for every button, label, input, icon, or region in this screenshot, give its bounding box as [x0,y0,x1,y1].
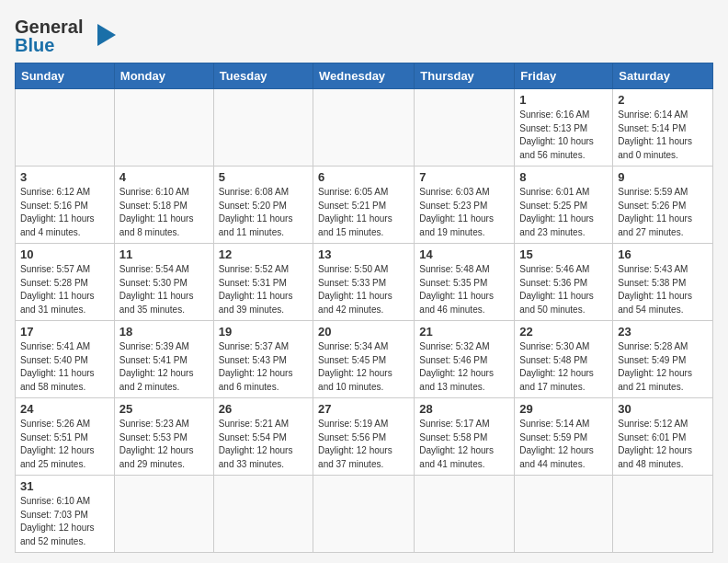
svg-marker-2 [97,24,116,46]
day-number: 17 [20,325,109,339]
calendar-header-row: SundayMondayTuesdayWednesdayThursdayFrid… [16,63,713,89]
day-info: Sunrise: 6:08 AM Sunset: 5:20 PM Dayligh… [219,186,308,239]
day-number: 18 [119,325,209,339]
day-number: 12 [219,247,308,261]
calendar-cell: 20Sunrise: 5:34 AM Sunset: 5:45 PM Dayli… [313,321,415,398]
calendar-cell: 22Sunrise: 5:30 AM Sunset: 5:48 PM Dayli… [515,321,613,398]
day-info: Sunrise: 6:16 AM Sunset: 5:13 PM Dayligh… [519,109,608,162]
calendar-cell: 12Sunrise: 5:52 AM Sunset: 5:31 PM Dayli… [213,244,313,321]
day-number: 19 [219,325,308,339]
calendar-cell: 2Sunrise: 6:14 AM Sunset: 5:14 PM Daylig… [613,89,713,167]
calendar-cell: 26Sunrise: 5:21 AM Sunset: 5:54 PM Dayli… [213,398,313,476]
calendar-cell: 27Sunrise: 5:19 AM Sunset: 5:56 PM Dayli… [313,398,415,476]
day-info: Sunrise: 6:01 AM Sunset: 5:25 PM Dayligh… [519,186,608,239]
day-number: 7 [419,170,509,184]
day-info: Sunrise: 6:03 AM Sunset: 5:23 PM Dayligh… [419,186,509,239]
day-info: Sunrise: 5:52 AM Sunset: 5:31 PM Dayligh… [219,263,308,316]
day-info: Sunrise: 5:46 AM Sunset: 5:36 PM Dayligh… [519,263,608,316]
calendar-cell: 7Sunrise: 6:03 AM Sunset: 5:23 PM Daylig… [415,167,515,244]
page-header: GeneralBlue [15,15,713,55]
day-number: 9 [618,170,708,184]
calendar-cell [114,476,213,553]
day-info: Sunrise: 5:23 AM Sunset: 5:53 PM Dayligh… [119,418,209,471]
day-info: Sunrise: 5:39 AM Sunset: 5:41 PM Dayligh… [119,340,209,394]
day-number: 10 [20,247,109,261]
day-number: 15 [519,247,608,261]
day-number: 26 [219,402,308,416]
day-info: Sunrise: 5:26 AM Sunset: 5:51 PM Dayligh… [20,418,109,471]
day-info: Sunrise: 6:05 AM Sunset: 5:21 PM Dayligh… [318,186,409,239]
calendar-cell: 16Sunrise: 5:43 AM Sunset: 5:38 PM Dayli… [613,244,713,321]
svg-text:General: General [15,17,83,37]
calendar-week-row: 3Sunrise: 6:12 AM Sunset: 5:16 PM Daylig… [16,167,713,244]
calendar-cell [16,89,115,167]
day-number: 20 [318,325,409,339]
calendar-cell: 15Sunrise: 5:46 AM Sunset: 5:36 PM Dayli… [515,244,613,321]
weekday-header-friday: Friday [515,63,613,89]
calendar-cell: 5Sunrise: 6:08 AM Sunset: 5:20 PM Daylig… [213,167,313,244]
calendar-cell [313,476,415,553]
weekday-header-monday: Monday [114,63,213,89]
calendar-cell: 19Sunrise: 5:37 AM Sunset: 5:43 PM Dayli… [213,321,313,398]
calendar-cell: 10Sunrise: 5:57 AM Sunset: 5:28 PM Dayli… [16,244,115,321]
calendar-cell: 23Sunrise: 5:28 AM Sunset: 5:49 PM Dayli… [613,321,713,398]
day-number: 23 [618,325,708,339]
calendar-cell [114,89,213,167]
day-number: 31 [20,479,109,493]
calendar-cell: 11Sunrise: 5:54 AM Sunset: 5:30 PM Dayli… [114,244,213,321]
calendar-week-row: 17Sunrise: 5:41 AM Sunset: 5:40 PM Dayli… [16,321,713,398]
day-info: Sunrise: 5:30 AM Sunset: 5:48 PM Dayligh… [519,340,608,394]
day-info: Sunrise: 5:19 AM Sunset: 5:56 PM Dayligh… [318,418,409,471]
calendar-cell [313,89,415,167]
calendar-cell [415,89,515,167]
calendar-cell: 29Sunrise: 5:14 AM Sunset: 5:59 PM Dayli… [515,398,613,476]
day-info: Sunrise: 5:37 AM Sunset: 5:43 PM Dayligh… [219,340,308,394]
calendar-cell: 25Sunrise: 5:23 AM Sunset: 5:53 PM Dayli… [114,398,213,476]
day-number: 3 [20,170,109,184]
day-info: Sunrise: 5:54 AM Sunset: 5:30 PM Dayligh… [119,263,209,316]
calendar-cell: 13Sunrise: 5:50 AM Sunset: 5:33 PM Dayli… [313,244,415,321]
calendar-cell: 21Sunrise: 5:32 AM Sunset: 5:46 PM Dayli… [415,321,515,398]
calendar-cell: 14Sunrise: 5:48 AM Sunset: 5:35 PM Dayli… [415,244,515,321]
weekday-header-wednesday: Wednesday [313,63,415,89]
weekday-header-tuesday: Tuesday [213,63,313,89]
day-info: Sunrise: 5:43 AM Sunset: 5:38 PM Dayligh… [618,263,708,316]
day-number: 8 [519,170,608,184]
day-number: 28 [419,402,509,416]
day-info: Sunrise: 5:50 AM Sunset: 5:33 PM Dayligh… [318,263,409,316]
generalblue-logo: GeneralBlue [15,15,125,55]
calendar-cell [515,476,613,553]
weekday-header-saturday: Saturday [613,63,713,89]
day-info: Sunrise: 5:14 AM Sunset: 5:59 PM Dayligh… [519,418,608,471]
day-number: 16 [618,247,708,261]
calendar-week-row: 24Sunrise: 5:26 AM Sunset: 5:51 PM Dayli… [16,398,713,476]
day-info: Sunrise: 6:10 AM Sunset: 5:18 PM Dayligh… [119,186,209,239]
calendar-cell: 6Sunrise: 6:05 AM Sunset: 5:21 PM Daylig… [313,167,415,244]
calendar-cell: 18Sunrise: 5:39 AM Sunset: 5:41 PM Dayli… [114,321,213,398]
day-number: 1 [519,93,608,107]
calendar-cell: 17Sunrise: 5:41 AM Sunset: 5:40 PM Dayli… [16,321,115,398]
day-info: Sunrise: 5:12 AM Sunset: 6:01 PM Dayligh… [618,418,708,471]
weekday-header-thursday: Thursday [415,63,515,89]
day-info: Sunrise: 6:10 AM Sunset: 7:03 PM Dayligh… [20,495,109,548]
day-info: Sunrise: 5:59 AM Sunset: 5:26 PM Dayligh… [618,186,708,239]
day-info: Sunrise: 5:28 AM Sunset: 5:49 PM Dayligh… [618,340,708,394]
day-info: Sunrise: 5:48 AM Sunset: 5:35 PM Dayligh… [419,263,509,316]
day-number: 13 [318,247,409,261]
calendar-cell [415,476,515,553]
calendar-table: SundayMondayTuesdayWednesdayThursdayFrid… [15,63,713,553]
calendar-week-row: 10Sunrise: 5:57 AM Sunset: 5:28 PM Dayli… [16,244,713,321]
day-number: 2 [618,93,708,107]
day-number: 11 [119,247,209,261]
calendar-cell: 31Sunrise: 6:10 AM Sunset: 7:03 PM Dayli… [16,476,115,553]
calendar-cell: 3Sunrise: 6:12 AM Sunset: 5:16 PM Daylig… [16,167,115,244]
calendar-cell: 9Sunrise: 5:59 AM Sunset: 5:26 PM Daylig… [613,167,713,244]
day-info: Sunrise: 5:32 AM Sunset: 5:46 PM Dayligh… [419,340,509,394]
calendar-cell [213,476,313,553]
calendar-cell: 1Sunrise: 6:16 AM Sunset: 5:13 PM Daylig… [515,89,613,167]
calendar-cell: 4Sunrise: 6:10 AM Sunset: 5:18 PM Daylig… [114,167,213,244]
logo: GeneralBlue [15,15,125,55]
day-info: Sunrise: 5:17 AM Sunset: 5:58 PM Dayligh… [419,418,509,471]
day-number: 21 [419,325,509,339]
calendar-week-row: 1Sunrise: 6:16 AM Sunset: 5:13 PM Daylig… [16,89,713,167]
